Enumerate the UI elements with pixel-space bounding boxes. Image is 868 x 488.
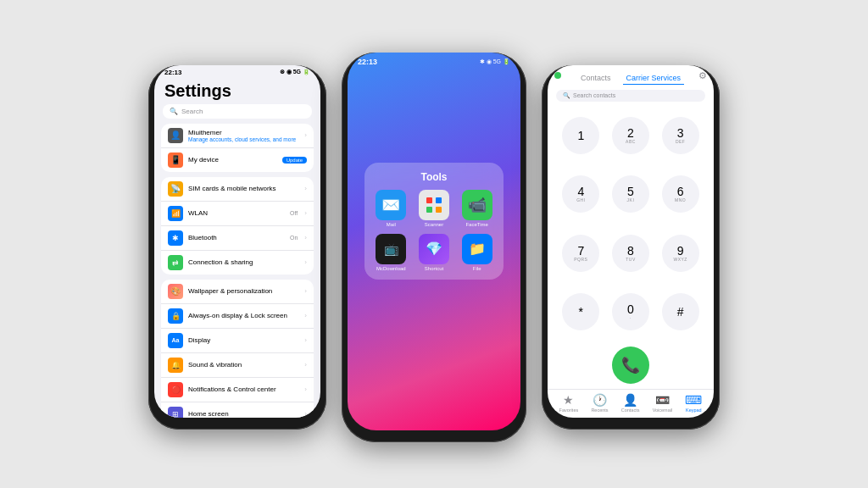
app-facetime[interactable]: 📹 FaceTime <box>459 190 495 227</box>
dial-key-2[interactable]: 2 ABC <box>612 117 649 154</box>
search-contacts-placeholder: Search contacts <box>573 92 615 98</box>
display-text: Display <box>188 336 299 344</box>
dial-key-1[interactable]: 1 <box>562 117 599 154</box>
call-button[interactable]: 📞 <box>612 347 649 384</box>
app-files[interactable]: 📁 File <box>459 234 495 271</box>
dial-alpha-9: WXYZ <box>673 257 687 262</box>
tab-carrier-services[interactable]: Carrier Services <box>623 72 685 85</box>
connection-text: Connection & sharing <box>188 258 299 266</box>
dial-alpha-4: GHI <box>576 197 585 202</box>
search-icon: 🔍 <box>170 108 178 115</box>
settings-section-network: 📡 SIM cards & mobile networks › 📶 WLAN <box>161 177 314 274</box>
facetime-label: FaceTime <box>465 222 487 227</box>
app-scanner[interactable]: Scanner <box>416 190 453 227</box>
chevron-icon: › <box>304 385 307 393</box>
search-contacts-icon: 🔍 <box>563 92 570 99</box>
wlan-icon: 📶 <box>168 206 183 221</box>
notifications-icon: 🔴 <box>168 382 183 397</box>
mail-label: Mail <box>387 222 396 227</box>
battery-icon: ⊛ ◉ 5G 🔋 <box>280 69 310 75</box>
connection-label: Connection & sharing <box>188 258 299 266</box>
sound-icon: 🔔 <box>168 358 183 373</box>
bluetooth-text: Bluetooth <box>188 234 285 241</box>
sim-text: SIM cards & mobile networks <box>188 185 299 192</box>
dial-key-5[interactable]: 5 JKI <box>612 175 649 213</box>
sim-icon: 📡 <box>168 181 183 197</box>
settings-row-miuithemer[interactable]: 👤 Miuithemer Manage accounts, cloud serv… <box>161 124 314 148</box>
dial-key-9[interactable]: 9 WXYZ <box>662 235 699 272</box>
homescreen-label: Home screen <box>188 410 299 418</box>
miuithemer-label: Miuithemer <box>188 129 299 136</box>
status-dot <box>554 72 561 79</box>
sound-label: Sound & vibration <box>188 361 299 369</box>
settings-row-wlan[interactable]: 📶 WLAN Off › <box>161 202 314 226</box>
dial-key-0[interactable]: 0 · <box>612 293 649 330</box>
settings-row-mydevice[interactable]: 📱 My device Update <box>161 148 314 172</box>
contacts-icon: 👤 <box>623 393 637 407</box>
dial-num-7: 7 <box>577 245 584 257</box>
dial-alpha-2: ABC <box>626 139 636 144</box>
files-label: File <box>473 266 481 271</box>
chevron-icon: › <box>304 287 307 295</box>
miuithemer-text: Miuithemer Manage accounts, cloud servic… <box>188 129 299 142</box>
app-shortcuts[interactable]: 💎 Shortcut <box>416 234 453 271</box>
nav-voicemail[interactable]: 📼 Voicemail <box>653 393 673 413</box>
chevron-icon: › <box>304 131 307 139</box>
dial-key-star[interactable]: * <box>562 293 599 330</box>
nav-keypad[interactable]: ⌨ Keypad <box>685 393 702 413</box>
connection-icon: ⇄ <box>168 255 183 270</box>
nav-recents[interactable]: 🕐 Recents <box>591 393 608 413</box>
settings-icon[interactable]: ⚙ <box>698 70 707 81</box>
dial-key-6[interactable]: 6 MNO <box>662 175 699 213</box>
dial-alpha-5: JKI <box>627 197 635 202</box>
settings-search-bar[interactable]: 🔍 Search <box>163 104 312 119</box>
app-tv[interactable]: 📺 McDownload <box>373 234 409 271</box>
settings-row-wallpaper[interactable]: 🎨 Wallpaper & personalization › <box>161 280 314 304</box>
settings-row-display[interactable]: Aa Display › <box>161 329 314 353</box>
dial-key-4[interactable]: 4 GHI <box>562 175 599 213</box>
dial-num-9: 9 <box>677 245 684 257</box>
dial-num-5: 5 <box>627 186 634 197</box>
dial-num-1: 1 <box>577 130 584 141</box>
home-battery-icon: ✱ ◉ 5G 🔋 <box>480 58 510 65</box>
dial-key-7[interactable]: 7 PQRS <box>562 235 599 272</box>
recents-icon: 🕐 <box>593 393 607 407</box>
call-icon: 📞 <box>621 356 640 374</box>
bottom-nav: ★ Favorites 🕐 Recents 👤 Contacts 📼 Voice… <box>548 389 714 418</box>
app-mail[interactable]: ✉️ Mail <box>373 190 409 227</box>
dial-alpha-3: DEF <box>676 139 686 144</box>
apps-grid: ✉️ Mail Scanner <box>373 190 495 271</box>
settings-row-sound[interactable]: 🔔 Sound & vibration › <box>161 353 314 378</box>
dial-key-8[interactable]: 8 TUV <box>612 235 649 272</box>
settings-row-homescreen[interactable]: ⊞ Home screen › <box>161 402 314 418</box>
favorites-label: Favorites <box>559 408 579 413</box>
dial-key-3[interactable]: 3 DEF <box>662 117 699 154</box>
phone-frame-settings: 22:13 ⊛ ◉ 5G 🔋 Settings 🔍 Search 👤 <box>148 65 326 430</box>
settings-row-bluetooth[interactable]: ✱ Bluetooth On › <box>161 226 314 251</box>
call-button-row: 📞 <box>548 343 714 389</box>
settings-row-lockscreen[interactable]: 🔒 Always-on display & Lock screen › <box>161 304 314 329</box>
settings-row-notifications[interactable]: 🔴 Notifications & Control center › <box>161 378 314 402</box>
chevron-icon: › <box>304 312 307 319</box>
tab-contacts[interactable]: Contacts <box>577 72 615 85</box>
settings-row-connection[interactable]: ⇄ Connection & sharing › <box>161 251 314 274</box>
svg-rect-3 <box>436 207 442 213</box>
dial-num-3: 3 <box>677 127 684 139</box>
nav-contacts[interactable]: 👤 Contacts <box>621 393 640 413</box>
wlan-value: Off <box>290 210 298 216</box>
tools-folder[interactable]: Tools ✉️ Mail <box>364 163 504 280</box>
chevron-icon: › <box>304 410 307 418</box>
nav-favorites[interactable]: ★ Favorites <box>559 393 579 413</box>
update-badge: Update <box>282 157 307 164</box>
favorites-icon: ★ <box>563 393 574 407</box>
dial-alpha-7: PQRS <box>574 257 587 262</box>
settings-row-sim[interactable]: 📡 SIM cards & mobile networks › <box>161 177 314 202</box>
dialer-screen: ⚙ Contacts Carrier Services 🔍 Search con… <box>548 65 714 418</box>
home-time: 22:13 <box>358 58 377 66</box>
notifications-text: Notifications & Control center <box>188 385 299 393</box>
search-contacts-bar[interactable]: 🔍 Search contacts <box>556 90 705 102</box>
search-placeholder: Search <box>181 108 203 115</box>
dial-pad: 1 2 ABC 3 DEF 4 GHI <box>548 105 714 343</box>
dial-key-hash[interactable]: # <box>662 293 699 330</box>
chevron-icon: › <box>304 185 307 192</box>
